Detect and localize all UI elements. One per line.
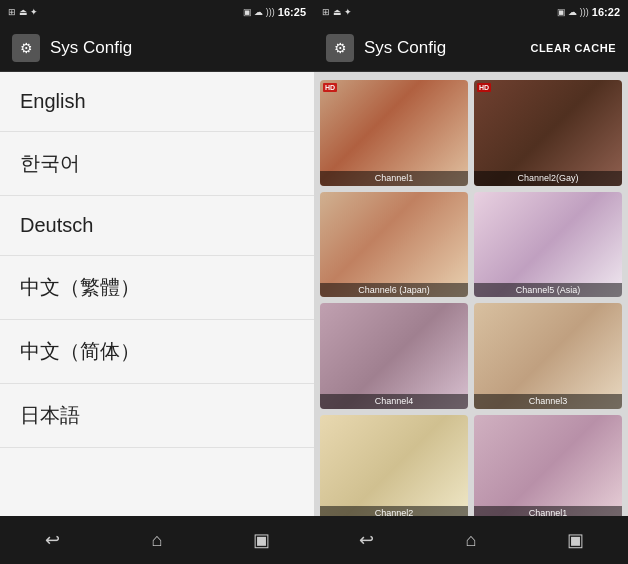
left-status-left-icons: ⊞ ⏏ ✦	[8, 7, 38, 17]
channel-tile-5asia[interactable]: Channel5 (Asia)	[474, 192, 622, 298]
channel-1b-label: Channel1	[474, 506, 622, 516]
lang-chinese-trad[interactable]: 中文（繁體）	[0, 256, 314, 320]
left-app-icon: ⚙	[12, 34, 40, 62]
lang-korean[interactable]: 한국어	[0, 132, 314, 196]
language-list-container: English 한국어 Deutsch 中文（繁體） 中文（简体） 日本語	[0, 72, 314, 516]
channel-tile-6japan[interactable]: Channel6 (Japan)	[320, 192, 468, 298]
left-status-bar: ⊞ ⏏ ✦ ▣ ☁ ))) 16:25	[0, 0, 314, 24]
right-home-button[interactable]: ⌂	[451, 520, 491, 560]
channel-6japan-thumb	[320, 192, 468, 298]
right-app-icon: ⚙	[326, 34, 354, 62]
left-status-right: ▣ ☁ ))) 16:25	[243, 6, 306, 18]
right-toolbar: ⚙ Sys Config CLEAR CACHE	[314, 24, 628, 72]
left-time: 16:25	[278, 6, 306, 18]
channel-2-label: Channel2(Gay)	[474, 171, 622, 186]
left-network-icons: ▣ ☁ )))	[243, 7, 275, 17]
channel-tile-1[interactable]: HD Channel1	[320, 80, 468, 186]
channel-tile-3[interactable]: Channel3	[474, 303, 622, 409]
channel-3-thumb	[474, 303, 622, 409]
channel-4-thumb	[320, 303, 468, 409]
left-toolbar-title: Sys Config	[50, 38, 302, 58]
lang-japanese[interactable]: 日本語	[0, 384, 314, 448]
channels-container: HD Channel1 HD Channel2(Gay) Channel6 (J…	[314, 72, 628, 516]
right-toolbar-title: Sys Config	[364, 38, 530, 58]
left-home-button[interactable]: ⌂	[137, 520, 177, 560]
channel-1b-thumb	[474, 415, 622, 516]
channel-grid: HD Channel1 HD Channel2(Gay) Channel6 (J…	[320, 80, 622, 516]
right-time: 16:22	[592, 6, 620, 18]
left-toolbar: ⚙ Sys Config	[0, 24, 314, 72]
clear-cache-button[interactable]: CLEAR CACHE	[530, 42, 616, 54]
channel-4-label: Channel4	[320, 394, 468, 409]
channel-tile-4[interactable]: Channel4	[320, 303, 468, 409]
channel-5asia-label: Channel5 (Asia)	[474, 283, 622, 298]
channel-tile-2[interactable]: HD Channel2(Gay)	[474, 80, 622, 186]
channel-2b-label: Channel2	[320, 506, 468, 516]
channel-2b-thumb	[320, 415, 468, 516]
right-nav-bar: ↩ ⌂ ▣	[314, 516, 628, 564]
lang-chinese-simp[interactable]: 中文（简体）	[0, 320, 314, 384]
channel-6japan-label: Channel6 (Japan)	[320, 283, 468, 298]
channel-tile-2b[interactable]: Channel2	[320, 415, 468, 516]
right-status-bar: ⊞ ⏏ ✦ ▣ ☁ ))) 16:22	[314, 0, 628, 24]
channel-2-hd-badge: HD	[477, 83, 491, 92]
channel-5asia-thumb	[474, 192, 622, 298]
left-back-button[interactable]: ↩	[32, 520, 72, 560]
left-status-icons: ⊞ ⏏ ✦	[8, 7, 38, 17]
left-nav-bar: ↩ ⌂ ▣	[0, 516, 314, 564]
channel-1-label: Channel1	[320, 171, 468, 186]
right-network-icons: ▣ ☁ )))	[557, 7, 589, 17]
channel-tile-1b[interactable]: Channel1	[474, 415, 622, 516]
left-phone-panel: ⊞ ⏏ ✦ ▣ ☁ ))) 16:25 ⚙ Sys Config English…	[0, 0, 314, 564]
channel-1-hd-badge: HD	[323, 83, 337, 92]
lang-english[interactable]: English	[0, 72, 314, 132]
right-status-right: ▣ ☁ ))) 16:22	[557, 6, 620, 18]
right-status-left-icons: ⊞ ⏏ ✦	[322, 7, 352, 17]
lang-german[interactable]: Deutsch	[0, 196, 314, 256]
right-recents-button[interactable]: ▣	[556, 520, 596, 560]
left-recents-button[interactable]: ▣	[242, 520, 282, 560]
right-status-icons: ⊞ ⏏ ✦	[322, 7, 352, 17]
language-list: English 한국어 Deutsch 中文（繁體） 中文（简体） 日本語	[0, 72, 314, 448]
channel-3-label: Channel3	[474, 394, 622, 409]
right-phone-panel: ⊞ ⏏ ✦ ▣ ☁ ))) 16:22 ⚙ Sys Config CLEAR C…	[314, 0, 628, 564]
channel-1-thumb	[320, 80, 468, 186]
channel-2-thumb	[474, 80, 622, 186]
right-back-button[interactable]: ↩	[346, 520, 386, 560]
